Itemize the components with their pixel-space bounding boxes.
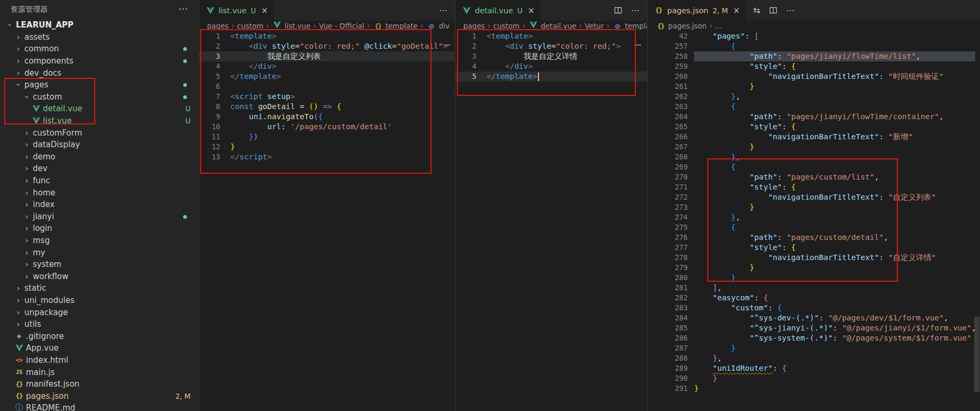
tree-folder-dev_docs[interactable]: ›dev_docs bbox=[0, 67, 199, 79]
tree-folder-LEARUN_APP[interactable]: ›LEARUN_APP bbox=[0, 19, 199, 31]
line-content: } bbox=[694, 142, 754, 152]
tree-folder-dataDisplay[interactable]: ›dataDisplay bbox=[0, 139, 199, 151]
tree-folder-index[interactable]: ›index bbox=[0, 199, 199, 211]
git-status-badge: 2, M bbox=[175, 392, 191, 400]
tree-file-detail.vue[interactable]: detail.vueU bbox=[0, 103, 199, 115]
breadcrumb-label: template bbox=[385, 22, 418, 30]
tree-folder-assets[interactable]: ›assets bbox=[0, 31, 199, 43]
tree-folder-demo[interactable]: ›demo bbox=[0, 151, 199, 163]
tree-folder-pages[interactable]: ›pages bbox=[0, 79, 199, 91]
more-actions-icon[interactable]: ⋯ bbox=[631, 5, 640, 15]
breadcrumb-item-template[interactable]: {}template bbox=[373, 22, 418, 30]
modified-dot bbox=[183, 215, 187, 219]
breadcrumb-separator: › bbox=[420, 21, 424, 31]
close-icon[interactable]: × bbox=[262, 6, 268, 15]
close-icon[interactable]: × bbox=[733, 6, 740, 15]
code-line: 282 "easycom": { bbox=[648, 293, 980, 303]
tab-git-badge: 2, M bbox=[713, 6, 728, 15]
breadcrumb-item-div[interactable]: ⊘div bbox=[426, 22, 449, 30]
breadcrumb-item-Vetur[interactable]: Vetur bbox=[585, 22, 604, 30]
tree-folder-jianyi[interactable]: ›jianyi bbox=[0, 211, 199, 223]
breadcrumb-item-pages.json[interactable]: {}pages.json bbox=[655, 22, 707, 30]
tree-folder-unpackage[interactable]: ›unpackage bbox=[0, 306, 199, 318]
chevron-right-icon: › bbox=[14, 33, 23, 41]
tree-folder-components[interactable]: ›components bbox=[0, 55, 199, 67]
tree-folder-custom[interactable]: ›custom bbox=[0, 91, 199, 103]
line-number: 1 bbox=[455, 31, 476, 41]
tab-bar: {}pages.json2, M×⇆⋯ bbox=[648, 0, 980, 21]
tree-folder-common[interactable]: ›common bbox=[0, 43, 199, 55]
tree-folder-func[interactable]: ›func bbox=[0, 175, 199, 187]
split-editor-icon[interactable] bbox=[614, 6, 622, 14]
scrollbar-thumb[interactable] bbox=[974, 317, 979, 392]
code-line: 7<script setup> bbox=[199, 92, 455, 102]
breadcrumb-label: custom bbox=[493, 22, 520, 30]
line-content: "style": { bbox=[694, 243, 796, 253]
vue-icon bbox=[528, 21, 538, 29]
symbol-element-icon: ⊘ bbox=[612, 22, 623, 30]
line-content: "style": { bbox=[694, 182, 796, 192]
code-line: 270 "path": "pages/custom/list", bbox=[648, 172, 980, 182]
code-editor[interactable]: 42 "pages": [257 {258 "path": "pages/jia… bbox=[648, 31, 980, 394]
tree-item-label: dev_docs bbox=[24, 68, 61, 78]
tree-folder-customForm[interactable]: ›customForm bbox=[0, 127, 199, 139]
tree-file-list.vue[interactable]: list.vueU bbox=[0, 115, 199, 127]
more-actions-icon[interactable]: ⋯ bbox=[439, 5, 447, 15]
tree-folder-system[interactable]: ›system bbox=[0, 258, 199, 271]
code-line: 9 uni.navigateTo({ bbox=[199, 112, 455, 122]
breadcrumb-item-list.vue[interactable]: list.vue bbox=[272, 21, 310, 30]
open-changes-icon[interactable]: ⇆ bbox=[753, 5, 760, 15]
line-content: 我是自定义详情 bbox=[487, 51, 577, 61]
breadcrumb-item-Vue - Official[interactable]: Vue - Official bbox=[319, 22, 364, 30]
code-line: 2 <div style="color: red;" @click="goDet… bbox=[199, 41, 455, 51]
tree-item-label: index.html bbox=[26, 355, 68, 365]
tree-folder-uni_modules[interactable]: ›uni_modules bbox=[0, 294, 199, 307]
vue-icon bbox=[31, 117, 41, 124]
chevron-right-icon: › bbox=[22, 200, 31, 209]
chevron-right-icon: › bbox=[22, 153, 31, 161]
tree-folder-utils[interactable]: ›utils bbox=[0, 318, 199, 330]
breadcrumb-item-pages[interactable]: pages bbox=[463, 22, 485, 30]
split-editor-icon[interactable] bbox=[769, 6, 777, 14]
tab-git-badge: U bbox=[517, 6, 523, 15]
tree-folder-static[interactable]: ›static bbox=[0, 282, 199, 294]
more-actions-icon[interactable]: ⋯ bbox=[786, 5, 795, 15]
tree-item-label: dev bbox=[33, 164, 48, 173]
tree-file-pages.json[interactable]: {}pages.json2, M bbox=[0, 390, 199, 402]
tab-pages.json[interactable]: {}pages.json2, M× bbox=[648, 0, 745, 21]
line-number: 11 bbox=[199, 132, 220, 142]
breadcrumb-item-...[interactable]: ... bbox=[715, 22, 722, 30]
code-editor[interactable]: 1<template>2 <div style="color: red;">3 … bbox=[455, 31, 647, 82]
vue-icon bbox=[461, 7, 472, 14]
tree-folder-workflow[interactable]: ›workflow bbox=[0, 270, 199, 282]
more-actions-icon[interactable]: ⋯ bbox=[178, 3, 188, 14]
code-line: 284 "^sys-dev-(.*)": "@/pages/dev/$1/for… bbox=[648, 313, 980, 323]
breadcrumb-item-custom[interactable]: custom bbox=[493, 22, 520, 30]
tree-file-.gitignore[interactable]: ◆.gitignore bbox=[0, 330, 199, 342]
tree-folder-dev[interactable]: ›dev bbox=[0, 163, 199, 175]
breadcrumb-item-detail.vue[interactable]: detail.vue bbox=[528, 21, 576, 30]
chevron-right-icon: › bbox=[22, 189, 31, 197]
tab-detail.vue[interactable]: detail.vueU× bbox=[455, 0, 541, 21]
tree-file-manifest.json[interactable]: {}manifest.json bbox=[0, 378, 199, 390]
close-icon[interactable]: × bbox=[528, 6, 535, 15]
breadcrumb-item-template[interactable]: ⊘template bbox=[612, 22, 647, 30]
tree-file-README.md[interactable]: ⓘREADME.md bbox=[0, 402, 199, 411]
line-content: "navigationBarTitleText": "自定义详情" bbox=[694, 253, 936, 263]
tree-file-main.js[interactable]: JSmain.js bbox=[0, 366, 199, 378]
line-content: <script setup> bbox=[230, 92, 295, 102]
breadcrumb-label: Vetur bbox=[585, 22, 604, 30]
tree-file-App.vue[interactable]: App.vue bbox=[0, 342, 199, 354]
line-number: 264 bbox=[648, 112, 688, 122]
tree-folder-my[interactable]: ›my bbox=[0, 246, 199, 258]
tree-file-index.html[interactable]: <>index.html bbox=[0, 354, 199, 367]
tree-folder-login[interactable]: ›login bbox=[0, 222, 199, 235]
tree-folder-home[interactable]: ›home bbox=[0, 186, 199, 199]
symbol-braces-icon: {} bbox=[373, 23, 383, 30]
tab-list.vue[interactable]: list.vueU× bbox=[199, 0, 274, 21]
tree-folder-msg[interactable]: ›msg bbox=[0, 235, 199, 247]
breadcrumb-item-custom[interactable]: custom bbox=[237, 22, 264, 30]
code-editor[interactable]: 1<template>2 <div style="color: red;" @c… bbox=[199, 31, 455, 162]
breadcrumb-item-pages[interactable]: pages bbox=[207, 22, 229, 30]
chevron-right-icon: › bbox=[22, 164, 31, 173]
